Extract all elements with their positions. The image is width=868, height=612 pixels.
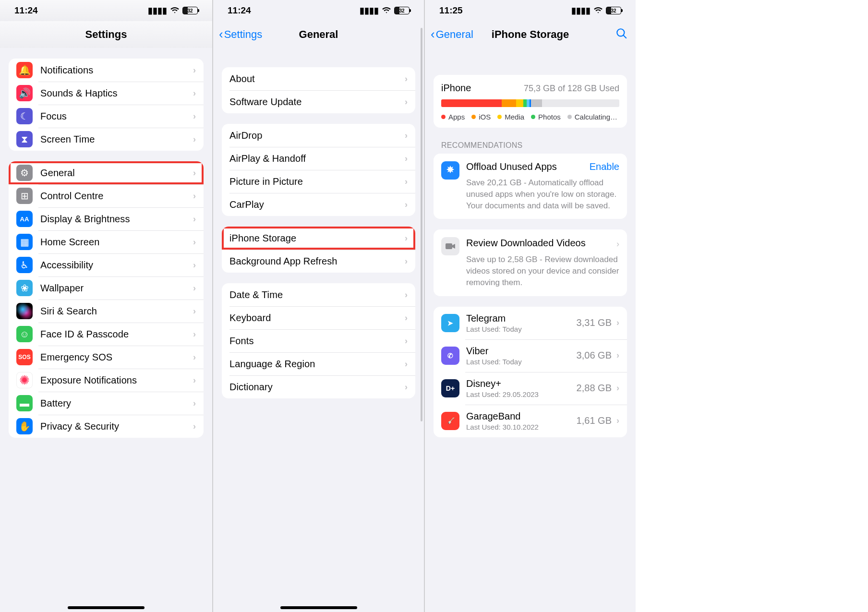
navbar: Settings: [0, 21, 212, 48]
cell-label: General: [40, 168, 193, 179]
legend-item: Apps: [441, 113, 465, 121]
app-row-telegram[interactable]: ➤ Telegram Last Used: Today 3,31 GB ›: [434, 307, 627, 339]
general-row-airdrop[interactable]: AirDrop ›: [222, 124, 415, 147]
reco-offload-unused-apps[interactable]: Offload Unused Apps Enable Save 20,21 GB…: [434, 154, 627, 219]
status-time: 11:24: [228, 5, 251, 16]
settings-row-sos[interactable]: SOS Emergency SOS ›: [9, 346, 204, 369]
device-label: iPhone: [441, 83, 471, 94]
app-size: 3,31 GB: [577, 317, 612, 328]
enable-button[interactable]: Enable: [590, 161, 619, 172]
app-icon: ✆: [441, 347, 459, 365]
general-scroll[interactable]: About › Software Update › AirDrop › AirP…: [213, 48, 424, 612]
general-row-bgrefresh[interactable]: Background App Refresh ›: [222, 250, 415, 273]
chevron-right-icon: ›: [616, 383, 619, 393]
chevron-right-icon: ›: [405, 74, 408, 84]
cellular-icon: ▮▮▮▮: [571, 6, 591, 15]
sounds-icon: 🔊: [16, 85, 33, 101]
storage-legend: Apps iOS Media Photos Calculating…: [441, 113, 619, 121]
status-time: 11:24: [14, 5, 38, 16]
settings-row-exposure[interactable]: ✺ Exposure Notifications ›: [9, 369, 204, 392]
app-size: 3,06 GB: [577, 350, 612, 361]
cell-label: Software Update: [229, 96, 405, 108]
general-row-fonts[interactable]: Fonts ›: [222, 329, 415, 352]
settings-row-notifications[interactable]: 🔔 Notifications ›: [9, 59, 204, 82]
cell-label: Focus: [40, 111, 193, 122]
settings-scroll[interactable]: 🔔 Notifications › 🔊 Sounds & Haptics › ☾…: [0, 48, 212, 612]
cellular-icon: ▮▮▮▮: [148, 6, 167, 15]
general-row-airplay[interactable]: AirPlay & Handoff ›: [222, 147, 415, 170]
general-group-4: Date & Time › Keyboard › Fonts › Languag…: [222, 283, 415, 398]
home-indicator[interactable]: [280, 606, 357, 609]
chevron-right-icon: ›: [193, 375, 196, 385]
general-row-softwareupdate[interactable]: Software Update ›: [222, 90, 415, 113]
chevron-right-icon: ›: [405, 177, 408, 187]
settings-row-faceid[interactable]: ☺ Face ID & Passcode ›: [9, 323, 204, 346]
settings-row-general[interactable]: ⚙ General ›: [9, 161, 204, 184]
general-row-dictionary[interactable]: Dictionary ›: [222, 375, 415, 398]
cell-label: Keyboard: [229, 312, 405, 324]
settings-row-siri[interactable]: Siri & Search ›: [9, 300, 204, 323]
storage-scroll[interactable]: iPhone 75,3 GB of 128 GB Used Apps iOS M…: [425, 48, 636, 612]
chevron-right-icon: ›: [405, 200, 408, 210]
page-title: Settings: [0, 28, 212, 41]
settings-row-screentime[interactable]: ⧗ Screen Time ›: [9, 128, 204, 151]
notifications-icon: 🔔: [16, 62, 33, 78]
app-last-used: Last Used: Today: [466, 325, 577, 333]
wifi-icon: [593, 6, 603, 15]
chevron-right-icon: ›: [405, 382, 408, 392]
chevron-right-icon: ›: [405, 313, 408, 323]
settings-row-homescreen[interactable]: ▦ Home Screen ›: [9, 230, 204, 253]
app-row-garageband[interactable]: 🎸 GarageBand Last Used: 30.10.2022 1,61 …: [434, 405, 627, 437]
settings-row-accessibility[interactable]: ♿︎ Accessibility ›: [9, 253, 204, 276]
app-icon: ➤: [441, 314, 459, 332]
app-last-used: Last Used: Today: [466, 358, 577, 366]
reco-description: Save up to 2,58 GB - Review downloaded v…: [466, 254, 619, 288]
legend-label: Apps: [448, 113, 465, 121]
appstore-icon: [441, 161, 459, 180]
cell-label: CarPlay: [229, 199, 405, 210]
cell-label: Emergency SOS: [40, 352, 193, 363]
chevron-right-icon: ›: [193, 191, 196, 201]
legend-dot: [471, 115, 476, 119]
app-size: 1,61 GB: [577, 415, 612, 426]
general-row-carplay[interactable]: CarPlay ›: [222, 193, 415, 216]
chevron-right-icon: ›: [193, 283, 196, 293]
general-row-language[interactable]: Language & Region ›: [222, 352, 415, 375]
settings-row-sounds[interactable]: 🔊 Sounds & Haptics ›: [9, 82, 204, 105]
search-button[interactable]: [615, 27, 628, 42]
settings-group-1: 🔔 Notifications › 🔊 Sounds & Haptics › ☾…: [9, 59, 204, 151]
storage-summary-card: iPhone 75,3 GB of 128 GB Used Apps iOS M…: [434, 75, 627, 128]
app-icon: D+: [441, 379, 459, 397]
chevron-right-icon: ›: [193, 65, 196, 75]
app-list: ➤ Telegram Last Used: Today 3,31 GB › ✆ …: [434, 307, 627, 437]
general-row-keyboard[interactable]: Keyboard ›: [222, 306, 415, 329]
status-bar: 11:24 ▮▮▮▮ 32: [0, 0, 212, 21]
cell-label: Home Screen: [40, 237, 193, 248]
chevron-right-icon: ›: [405, 359, 408, 369]
settings-row-battery[interactable]: ▬ Battery ›: [9, 392, 204, 415]
settings-row-privacy[interactable]: ✋ Privacy & Security ›: [9, 415, 204, 438]
app-name: Disney+: [466, 378, 577, 389]
general-row-about[interactable]: About ›: [222, 67, 415, 90]
general-row-storage[interactable]: iPhone Storage ›: [222, 227, 415, 250]
reco-review-videos[interactable]: Review Downloaded Videos › Save up to 2,…: [434, 229, 627, 296]
chevron-right-icon: ›: [405, 154, 408, 164]
general-row-pip[interactable]: Picture in Picture ›: [222, 170, 415, 193]
settings-row-focus[interactable]: ☾ Focus ›: [9, 105, 204, 128]
app-row-viber[interactable]: ✆ Viber Last Used: Today 3,06 GB ›: [434, 339, 627, 372]
general-row-datetime[interactable]: Date & Time ›: [222, 283, 415, 306]
cell-label: Control Centre: [40, 191, 193, 202]
legend-dot: [567, 115, 572, 119]
status-bar: 11:25 ▮▮▮▮ 32: [425, 0, 636, 21]
page-title: General: [213, 28, 424, 41]
wifi-icon: [382, 6, 391, 15]
settings-row-display[interactable]: AA Display & Brightness ›: [9, 207, 204, 230]
settings-row-wallpaper[interactable]: ❀ Wallpaper ›: [9, 276, 204, 300]
cell-label: AirDrop: [229, 130, 405, 141]
chevron-right-icon: ›: [405, 97, 408, 107]
app-row-disney+[interactable]: D+ Disney+ Last Used: 29.05.2023 2,88 GB…: [434, 372, 627, 405]
chevron-right-icon: ›: [193, 237, 196, 247]
phone-general: 11:24 ▮▮▮▮ 32 ‹ Settings General About ›…: [212, 0, 424, 612]
home-indicator[interactable]: [68, 606, 145, 609]
settings-row-controlcentre[interactable]: ⊞ Control Centre ›: [9, 184, 204, 207]
